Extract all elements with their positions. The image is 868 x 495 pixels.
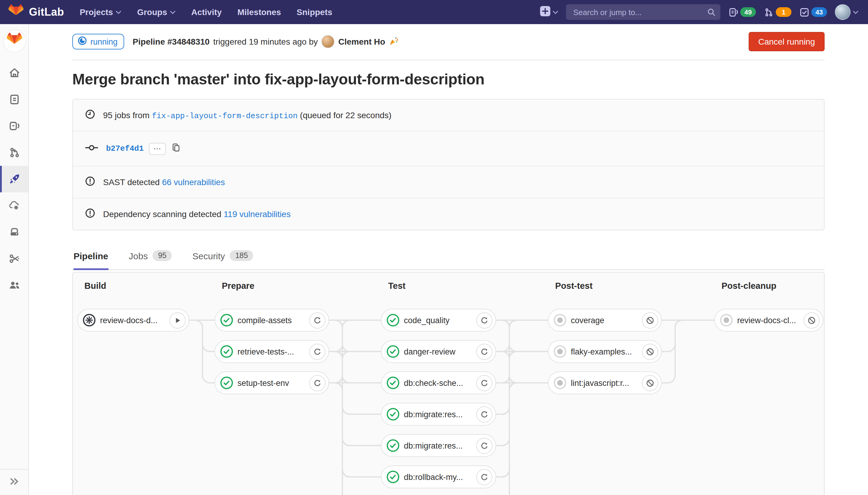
job-pill[interactable]: retrieve-tests-... [214,340,329,363]
search-icon [707,8,715,16]
todos-icon [799,7,810,17]
sidebar-item-document[interactable] [0,86,28,113]
cancel-button[interactable] [642,312,658,328]
cancel-button[interactable] [642,375,658,391]
sast-vulnerabilities-link[interactable]: 66 vulnerabilities [162,177,225,187]
author-name[interactable]: Clement Ho [338,37,385,47]
search-input[interactable] [572,7,707,17]
commit-sha-link[interactable]: b27ef4d1 [106,144,144,153]
navbar-item-label: Milestones [238,7,281,17]
navbar-item-projects[interactable]: Projects [80,7,121,17]
job-pill[interactable]: code_quality [381,309,496,331]
sidebar-item-home[interactable] [0,60,28,86]
tab-security[interactable]: Security185 [192,244,253,270]
play-icon [174,316,181,324]
retry-button[interactable] [476,375,492,391]
new-menu-button[interactable] [540,6,558,18]
sidebar-item-registry[interactable] [0,219,28,245]
job-pill[interactable]: coverage [548,309,662,331]
user-avatar [835,4,851,20]
chevron-down-icon [553,7,558,17]
navbar-item-label: Snippets [297,7,332,17]
job-pill[interactable]: danger-review [381,340,496,363]
job-pill[interactable]: compile-assets [214,309,329,331]
status-pending-icon [720,313,733,327]
retry-button[interactable] [476,438,492,454]
navbar-item-snippets[interactable]: Snippets [297,7,332,17]
commit-icon [85,141,98,156]
job-name: code_quality [404,315,472,325]
sidebar-item-merge-request[interactable] [0,139,28,166]
alert-circle-icon [85,176,95,188]
play-button[interactable] [169,312,186,328]
retry-button[interactable] [309,375,326,391]
job-pill[interactable]: lint:javascript:r... [548,371,662,394]
merge-requests-button[interactable]: 1 [764,7,792,17]
branch-link[interactable]: fix-app-layout-form-description [152,111,298,120]
pipeline-tabs: PipelineJobs95Security185 [72,244,824,270]
job-name: db:migrate:res... [404,410,472,419]
retry-button[interactable] [476,343,492,360]
retry-icon [313,379,321,387]
sidebar-item-issues[interactable] [0,113,28,139]
merge-request-icon [8,147,20,158]
retry-button[interactable] [309,343,326,360]
todos-button[interactable]: 43 [799,7,827,17]
job-pill[interactable]: review-docs-cl... [714,309,823,331]
collapse-sidebar-button[interactable] [0,469,28,495]
sidebar-item-rocket[interactable] [0,166,28,192]
retry-button[interactable] [309,312,326,328]
job-pill[interactable]: db:rollback-my... [381,465,496,488]
snippets-icon [8,253,20,265]
sast-info-row: SAST detected 66 vulnerabilities [73,166,824,198]
job-name: review-docs-cl... [737,315,799,325]
dependency-text: Dependency scanning detected [103,209,221,219]
navbar-item-label: Activity [191,7,222,17]
operations-icon [8,200,20,211]
project-avatar[interactable] [3,30,25,52]
navbar-item-groups[interactable]: Groups [137,7,176,17]
job-pill[interactable]: db:migrate:res... [381,403,496,426]
status-success-icon [386,313,400,327]
retry-button[interactable] [476,406,492,422]
chevron-down-icon [116,9,121,15]
gitlab-logo[interactable]: GitLab [8,3,64,21]
cancel-button[interactable] [642,343,658,360]
pipeline-status-badge[interactable]: running [72,34,124,49]
job-pill[interactable]: flaky-examples... [548,340,662,363]
copy-commit-button[interactable] [172,143,181,154]
main-content: running Pipeline #34848310 triggered 19 … [29,24,868,495]
retry-icon [481,379,488,387]
commit-description-toggle[interactable]: ⋯ [149,142,166,155]
dependency-vulnerabilities-link[interactable]: 119 vulnerabilities [224,209,291,219]
navbar-item-activity[interactable]: Activity [191,7,222,17]
cancel-running-button[interactable]: Cancel running [749,32,824,51]
sidebar-item-operations[interactable] [0,192,28,219]
tab-jobs[interactable]: Jobs95 [129,244,172,270]
jobs-info-row: 95 jobs from fix-app-layout-form-descrip… [73,100,824,131]
cancel-button[interactable] [803,312,820,328]
issues-button[interactable]: 49 [728,7,756,17]
status-pending-icon [553,313,567,327]
status-success-icon [386,408,400,421]
cancel-icon [808,316,816,324]
sidebar-item-snippets[interactable] [0,245,28,272]
tab-pipeline[interactable]: Pipeline [73,244,108,270]
sidebar-item-members[interactable] [0,272,28,298]
retry-button[interactable] [476,469,492,485]
user-menu-button[interactable] [835,4,858,20]
chevron-down-icon [170,9,175,15]
job-name: danger-review [404,347,472,356]
merge-requests-count-badge: 1 [776,7,792,17]
navbar-item-milestones[interactable]: Milestones [238,7,281,17]
document-icon [8,93,20,105]
author-avatar[interactable] [322,35,335,48]
retry-button[interactable] [476,312,492,328]
job-pill[interactable]: db:check-sche... [381,371,496,394]
cancel-icon [646,347,654,355]
pipeline-graph: Buildreview-docs-d...Preparecompile-asse… [72,272,824,495]
running-spinner-icon [78,36,87,47]
job-pill[interactable]: review-docs-d... [77,309,189,331]
job-pill[interactable]: setup-test-env [214,371,329,394]
job-pill[interactable]: db:migrate:res... [381,434,496,457]
